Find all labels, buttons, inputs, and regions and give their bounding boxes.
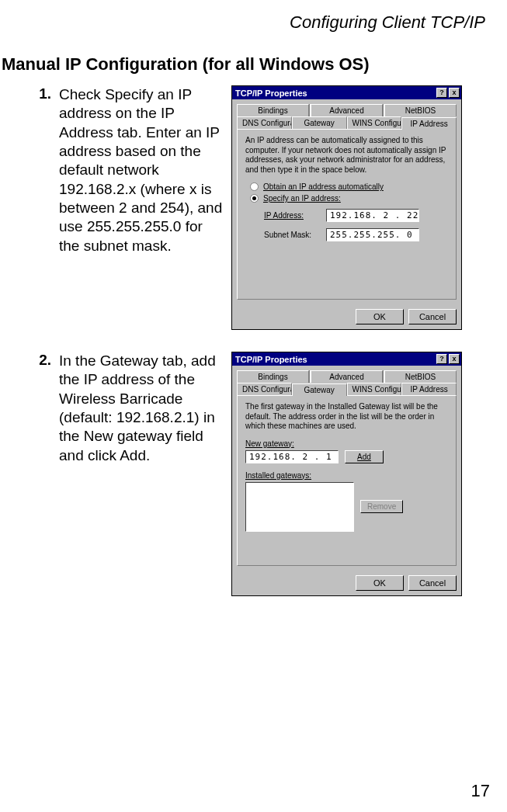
- tab-netbios[interactable]: NetBIOS: [384, 104, 457, 116]
- dialog-1-titlebar: TCP/IP Properties ? x: [232, 86, 461, 99]
- dialog-1-panel: An IP address can be automatically assig…: [237, 129, 457, 300]
- dialog-1-title: TCP/IP Properties: [235, 88, 307, 98]
- tab-bindings[interactable]: Bindings: [237, 370, 309, 383]
- new-gateway-input[interactable]: 192.168. 2 . 1: [245, 450, 339, 463]
- tab-gateway[interactable]: Gateway: [292, 116, 347, 129]
- new-gateway-label: New gateway:: [245, 439, 448, 448]
- tab-gateway[interactable]: Gateway: [292, 383, 347, 396]
- dialog-2-description: The first gateway in the Installed Gatew…: [245, 402, 448, 432]
- subnet-mask-input[interactable]: 255.255.255. 0: [326, 228, 419, 241]
- add-button[interactable]: Add: [345, 450, 384, 463]
- dialog-2-title: TCP/IP Properties: [235, 355, 307, 364]
- remove-button[interactable]: Remove: [360, 500, 403, 513]
- dialog-2-panel: The first gateway in the Installed Gatew…: [237, 395, 457, 566]
- step-1-text: Check Specify an IP address on the IP Ad…: [59, 85, 227, 255]
- dialog-1-description: An IP address can be automatically assig…: [245, 136, 448, 175]
- tab-netbios[interactable]: NetBIOS: [384, 370, 457, 383]
- tab-advanced[interactable]: Advanced: [311, 370, 383, 383]
- help-button[interactable]: ?: [436, 88, 447, 98]
- radio-obtain-label: Obtain an IP address automatically: [263, 182, 384, 191]
- page-number: 17: [471, 781, 490, 801]
- dialog-2: TCP/IP Properties ? x Bindings Advanced …: [231, 352, 462, 596]
- section-title: Manual IP Configuration (for all Windows…: [2, 54, 485, 75]
- tab-ip-address[interactable]: IP Address: [401, 383, 457, 395]
- step-2-number: 2.: [0, 352, 59, 369]
- dialog-2-tabs: Bindings Advanced NetBIOS DNS Configurat…: [232, 366, 461, 395]
- step-2: 2. In the Gateway tab, add the IP addres…: [0, 352, 485, 596]
- dialog-1: TCP/IP Properties ? x Bindings Advanced …: [231, 85, 462, 330]
- installed-gateways-list[interactable]: [245, 482, 354, 532]
- ok-button[interactable]: OK: [356, 575, 404, 591]
- ip-address-input[interactable]: 192.168. 2 . 22: [326, 209, 419, 222]
- ip-address-label: IP Address:: [264, 211, 326, 220]
- tab-wins[interactable]: WINS Configuration: [347, 383, 402, 395]
- subnet-mask-label: Subnet Mask:: [264, 231, 326, 239]
- cancel-button[interactable]: Cancel: [408, 309, 457, 324]
- radio-icon: [250, 194, 259, 203]
- cancel-button[interactable]: Cancel: [408, 575, 457, 591]
- tab-dns[interactable]: DNS Configuration: [237, 116, 292, 129]
- dialog-1-tabs: Bindings Advanced NetBIOS DNS Configurat…: [232, 99, 461, 129]
- close-button[interactable]: x: [449, 354, 460, 364]
- radio-specify-label: Specify an IP address:: [263, 194, 341, 203]
- tab-advanced[interactable]: Advanced: [311, 104, 383, 116]
- running-head: Configuring Client TCP/IP: [0, 12, 485, 33]
- tab-ip-address[interactable]: IP Address: [401, 117, 457, 130]
- dialog-2-titlebar: TCP/IP Properties ? x: [232, 352, 461, 366]
- ok-button[interactable]: OK: [356, 309, 404, 324]
- tab-wins[interactable]: WINS Configuration: [347, 116, 402, 129]
- step-1: 1. Check Specify an IP address on the IP…: [0, 85, 485, 330]
- help-button[interactable]: ?: [436, 354, 447, 364]
- radio-specify[interactable]: Specify an IP address:: [250, 194, 448, 203]
- installed-gateways-label: Installed gateways:: [245, 471, 448, 480]
- step-2-text: In the Gateway tab, add the IP address o…: [59, 352, 227, 465]
- tab-bindings[interactable]: Bindings: [237, 104, 309, 116]
- radio-obtain-auto[interactable]: Obtain an IP address automatically: [250, 182, 448, 191]
- step-1-number: 1.: [0, 85, 59, 102]
- tab-dns[interactable]: DNS Configuration: [237, 383, 292, 395]
- close-button[interactable]: x: [449, 88, 460, 98]
- radio-icon: [250, 182, 259, 191]
